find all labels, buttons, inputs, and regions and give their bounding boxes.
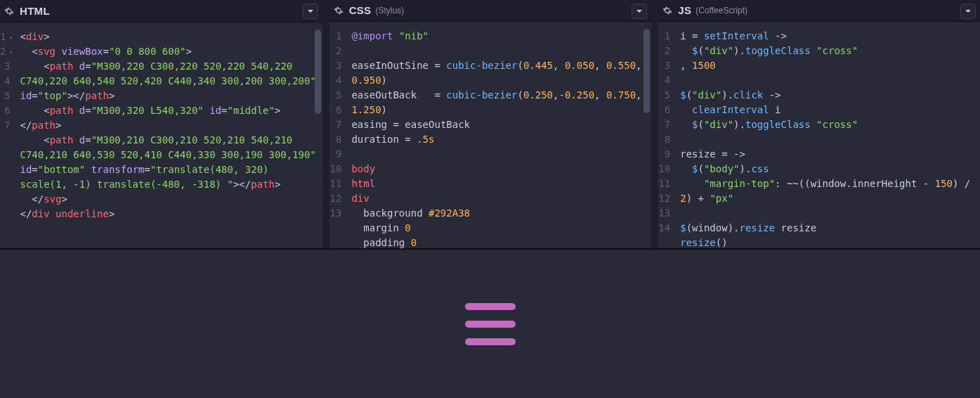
editor-js[interactable]: 1234567891011121314 i = setInterval -> $… bbox=[658, 22, 980, 248]
hamburger-bar-bottom bbox=[465, 338, 516, 345]
code-html[interactable]: <div> <svg viewBox="0 0 800 600"> <path … bbox=[14, 23, 322, 248]
panel-css-sub: (Stylus) bbox=[375, 6, 404, 15]
editor-html[interactable]: 1234567 <div> <svg viewBox="0 0 800 600"… bbox=[0, 23, 322, 248]
gear-icon[interactable] bbox=[662, 6, 672, 15]
panel-js-sub: (CoffeeScript) bbox=[695, 6, 747, 15]
code-js[interactable]: i = setInterval -> $("div").toggleClass … bbox=[674, 22, 980, 248]
editor-row: HTML 1234567 <div> <svg viewBox="0 0 800… bbox=[0, 0, 980, 248]
panel-js: JS (CoffeeScript) 1234567891011121314 i … bbox=[658, 0, 980, 248]
gutter-html: 1234567 bbox=[0, 23, 14, 248]
hamburger-bar-middle bbox=[465, 321, 516, 328]
scrollbar-vertical[interactable] bbox=[643, 29, 650, 113]
gutter-js: 1234567891011121314 bbox=[658, 22, 674, 248]
chevron-down-icon[interactable] bbox=[960, 4, 976, 19]
scrollbar-vertical[interactable] bbox=[315, 30, 321, 114]
panel-html: HTML 1234567 <div> <svg viewBox="0 0 800… bbox=[0, 0, 322, 248]
panel-css-title: CSS bbox=[349, 4, 372, 16]
gear-icon[interactable] bbox=[334, 6, 344, 15]
hamburger-bar-top bbox=[465, 303, 516, 310]
panel-html-title: HTML bbox=[20, 5, 50, 17]
panel-js-header: JS (CoffeeScript) bbox=[658, 0, 980, 22]
code-css[interactable]: @import "nib"easeInOutSine = cubic-bezie… bbox=[346, 22, 651, 248]
chevron-down-icon[interactable] bbox=[632, 4, 647, 19]
chevron-down-icon[interactable] bbox=[303, 4, 318, 19]
gear-icon[interactable] bbox=[4, 6, 14, 16]
gutter-css: 12345678910111213 bbox=[329, 22, 346, 248]
panel-js-title: JS bbox=[678, 4, 691, 16]
panel-css-header: CSS (Stylus) bbox=[329, 0, 652, 22]
hamburger-icon[interactable] bbox=[465, 303, 516, 345]
panel-css: CSS (Stylus) 12345678910111213 @import "… bbox=[329, 0, 652, 248]
preview-pane bbox=[0, 248, 980, 398]
editor-css[interactable]: 12345678910111213 @import "nib"easeInOut… bbox=[329, 22, 652, 248]
panel-html-header: HTML bbox=[0, 0, 322, 23]
